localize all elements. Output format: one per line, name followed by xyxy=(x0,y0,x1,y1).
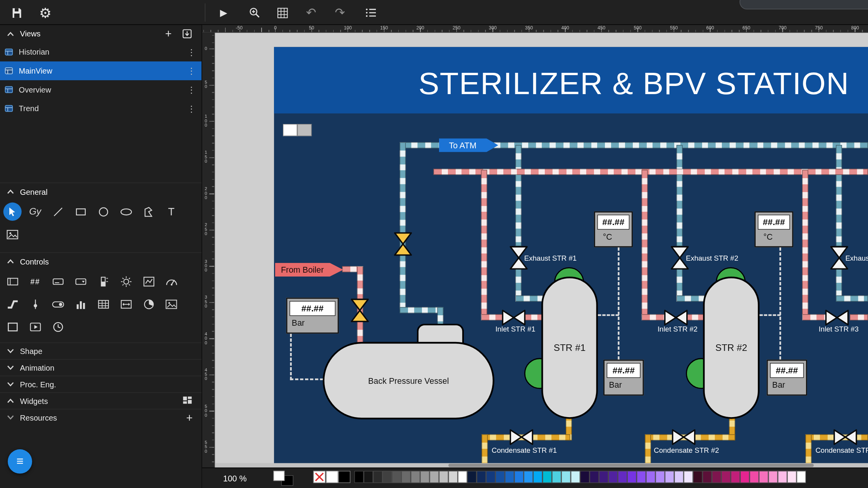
palette-swatch[interactable] xyxy=(778,471,787,483)
iframe-control[interactable] xyxy=(115,293,138,315)
palette-swatch[interactable] xyxy=(693,471,703,483)
palette-swatch[interactable] xyxy=(561,471,571,483)
palette-swatch[interactable] xyxy=(533,471,542,483)
toggle-on-segment[interactable] xyxy=(283,124,297,136)
palette-swatch[interactable] xyxy=(439,471,448,483)
palette-swatch[interactable] xyxy=(430,471,439,483)
palette-swatch[interactable] xyxy=(655,471,665,483)
zoom-button[interactable] xyxy=(246,4,264,22)
pipe-exhaust-1-elbow[interactable] xyxy=(515,296,543,302)
pipe-cond-2-down[interactable] xyxy=(645,434,651,464)
views-section-header[interactable]: Views + xyxy=(0,25,202,43)
palette-swatch[interactable] xyxy=(646,471,655,483)
valve-inlet-3[interactable] xyxy=(824,308,850,327)
palette-swatch[interactable] xyxy=(467,471,477,483)
pipe-exhaust-3-elbow[interactable] xyxy=(836,296,868,302)
display-pressure-bpv[interactable]: ##.## Bar xyxy=(286,298,339,334)
palette-swatch[interactable] xyxy=(496,471,505,483)
palette-swatch[interactable] xyxy=(721,471,730,483)
valve-inlet-2[interactable] xyxy=(663,308,689,327)
table-control[interactable] xyxy=(92,293,115,315)
from-boiler-tag[interactable]: From Boiler xyxy=(275,263,343,277)
pipe-cond-3-down[interactable] xyxy=(806,434,812,464)
bar-chart-control[interactable] xyxy=(69,293,92,315)
list-button[interactable] xyxy=(362,4,380,22)
palette-swatch[interactable] xyxy=(571,471,580,483)
palette-swatch[interactable] xyxy=(382,471,392,483)
save-button[interactable] xyxy=(8,4,26,22)
palette-swatch[interactable] xyxy=(486,471,495,483)
pipe-teal-drop[interactable] xyxy=(400,142,406,310)
palette-swatch[interactable] xyxy=(524,471,533,483)
polygon-tool[interactable] xyxy=(137,201,160,223)
to-atm-tag[interactable]: To ATM xyxy=(439,138,498,152)
palette-swatch[interactable] xyxy=(665,471,674,483)
add-view-button[interactable]: + xyxy=(165,28,172,40)
light-control[interactable] xyxy=(115,270,138,292)
pipe-exhaust-3-up[interactable] xyxy=(836,145,842,246)
fill-stroke-picker[interactable] xyxy=(274,471,294,486)
pipe-exhaust-1-up[interactable] xyxy=(515,145,522,246)
add-resource-button[interactable]: + xyxy=(186,412,193,423)
settings-button[interactable]: ⚙ xyxy=(36,4,54,22)
widgets-icon[interactable] xyxy=(182,395,193,406)
ellipse-tool[interactable] xyxy=(115,201,138,223)
palette-swatch[interactable] xyxy=(608,471,618,483)
kebab-menu-icon[interactable]: ⋮ xyxy=(187,47,202,57)
white-swatch[interactable] xyxy=(326,471,338,483)
palette-swatch[interactable] xyxy=(514,471,524,483)
palette-swatch[interactable] xyxy=(411,471,420,483)
pipe-exhaust-2-elbow[interactable] xyxy=(677,296,705,302)
view-item-overview[interactable]: Overview ⋮ xyxy=(0,80,202,99)
scada-page[interactable]: STERILIZER & BPV STATION xyxy=(274,47,868,464)
palette-swatch[interactable] xyxy=(373,471,382,483)
palette-swatch[interactable] xyxy=(768,471,778,483)
palette-swatch[interactable] xyxy=(618,471,627,483)
valve-condensate-1[interactable] xyxy=(509,428,534,447)
display-pressure-str1[interactable]: ##.## Bar xyxy=(603,360,644,396)
palette-swatch[interactable] xyxy=(420,471,429,483)
palette-swatch[interactable] xyxy=(552,471,561,483)
menu-fab[interactable]: ≡ xyxy=(8,449,32,474)
valve-yellow-atm[interactable] xyxy=(393,231,413,257)
palette-swatch[interactable] xyxy=(731,471,740,483)
display-pressure-str2[interactable]: ##.## Bar xyxy=(767,360,807,396)
progress-control[interactable] xyxy=(92,270,115,292)
resources-section-header[interactable]: Resources + xyxy=(0,409,202,426)
pipe-inlet-2-drop[interactable] xyxy=(642,170,648,317)
toggle-widget[interactable] xyxy=(283,124,312,136)
kebab-menu-icon[interactable]: ⋮ xyxy=(187,84,202,95)
palette-swatch[interactable] xyxy=(458,471,467,483)
rectangle-tool[interactable] xyxy=(69,201,92,223)
animation-section-header[interactable]: Animation xyxy=(0,359,202,376)
image-control[interactable] xyxy=(160,293,183,315)
palette-swatch[interactable] xyxy=(674,471,684,483)
back-pressure-vessel[interactable]: Back Pressure Vessel xyxy=(323,342,494,419)
switch-control[interactable] xyxy=(46,293,69,315)
palette-swatch[interactable] xyxy=(787,471,796,483)
palette-swatch[interactable] xyxy=(354,471,363,483)
pipe-inlet-2-a[interactable] xyxy=(642,314,666,320)
view-item-mainview[interactable]: MainView ⋮ xyxy=(0,62,202,81)
palette-swatch[interactable] xyxy=(740,471,749,483)
run-button[interactable]: ▶ xyxy=(215,4,232,22)
line-tool[interactable] xyxy=(46,201,69,223)
palette-swatch[interactable] xyxy=(599,471,608,483)
pipe-cond-1-down[interactable] xyxy=(482,434,488,464)
clock-control[interactable] xyxy=(46,316,69,338)
valve-inlet-1[interactable] xyxy=(501,308,527,327)
text-tool[interactable]: T xyxy=(160,201,183,223)
palette-swatch[interactable] xyxy=(759,471,768,483)
chart-control[interactable] xyxy=(137,270,160,292)
no-color-swatch[interactable] xyxy=(313,471,326,483)
sterilizer-2[interactable]: STR #2 xyxy=(703,277,760,419)
pipe-control[interactable] xyxy=(1,293,24,315)
proc-eng-section-header[interactable]: Proc. Eng. xyxy=(0,376,202,392)
black-swatch[interactable] xyxy=(338,471,350,483)
scrollbar-thumb[interactable] xyxy=(448,464,814,467)
palette-swatch[interactable] xyxy=(703,471,712,483)
palette-swatch[interactable] xyxy=(684,471,693,483)
kebab-menu-icon[interactable]: ⋮ xyxy=(187,103,202,113)
select-tool[interactable] xyxy=(1,201,24,223)
valve-condensate-3[interactable] xyxy=(833,428,858,447)
